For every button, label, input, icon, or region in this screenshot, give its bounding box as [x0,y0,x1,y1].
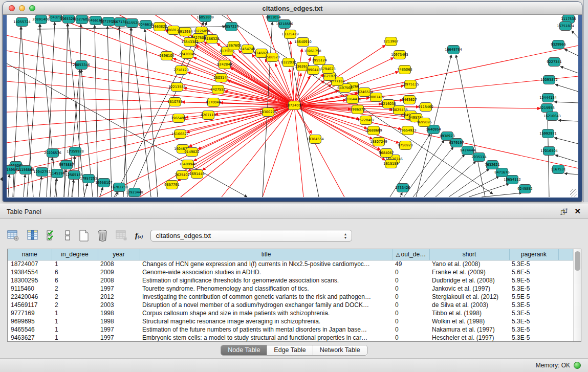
table-cell[interactable] [558,285,573,293]
select-columns-icon[interactable] [27,229,39,242]
table-cell[interactable]: 22420046 [8,293,52,301]
table-cell[interactable]: Jankovic et al. (1997) [429,285,509,293]
table-cell[interactable]: Franke et al. (2009) [429,268,509,276]
graph-node[interactable]: 9242844 [217,60,232,69]
graph-node[interactable]: 8215958 [539,104,554,113]
graph-node[interactable]: 17016504 [540,147,558,156]
close-panel-icon[interactable]: ✕ [574,207,581,216]
graph-node[interactable]: 1588520 [265,53,279,62]
graph-node[interactable]: 1615152 [383,160,398,168]
citation-edge-black[interactable] [7,63,247,197]
table-row[interactable]: 969969511998Structural magnetic resonanc… [8,317,573,325]
graph-node[interactable]: 1213967 [383,37,398,46]
table-cell[interactable]: 2008 [98,260,140,268]
table-cell[interactable] [558,268,573,276]
table-cell[interactable]: 1998 [98,309,140,317]
table-cell[interactable]: 2 [52,293,98,301]
graph-node[interactable]: 7663822 [152,23,167,31]
graph-node[interactable]: 10688609 [365,126,382,135]
table-cell[interactable]: 1 [52,309,98,317]
graph-node[interactable]: 1733426 [395,184,410,192]
graph-node[interactable]: 12444134 [539,94,557,102]
table-cell[interactable]: Changes of HCN gene expression and I(f) … [140,260,393,268]
table-cell[interactable]: Investigating the contribution of common… [140,293,393,301]
citation-edge-black[interactable] [564,49,578,56]
graph-node[interactable]: 8813054 [266,15,280,22]
citation-edge-red[interactable] [203,105,294,170]
table-cell[interactable]: 9777169 [8,309,52,317]
citation-edge-red[interactable] [140,105,294,197]
delete-table-icon[interactable] [97,229,108,242]
select-all-rows-icon[interactable] [46,229,57,242]
graph-node[interactable]: 9857791 [164,181,179,189]
network-canvas[interactable]: 1872400714055724208914062043719106532871… [7,15,578,198]
network-view-window[interactable]: citations_edges.txt 18724007140557242089… [3,2,582,201]
graph-node[interactable]: 7615526 [124,19,139,28]
table-cell[interactable]: 1998 [98,317,140,325]
graph-node[interactable]: 1167531 [551,165,565,174]
graph-node[interactable]: 9699695 [417,118,431,127]
graph-node[interactable]: 9474444 [460,146,475,155]
column-header-pagerank[interactable]: pagerank [509,249,558,260]
graph-node[interactable]: 9170044 [206,98,221,107]
citation-edge-black[interactable] [560,67,578,73]
table-cell[interactable]: 1997 [98,285,140,293]
table-row[interactable]: 977716911998Corpus callosum shape and si… [8,309,573,317]
table-cell[interactable]: Estimation of significance thresholds fo… [140,276,393,285]
citation-edge-red[interactable] [263,105,294,197]
graph-node[interactable]: 1990443 [306,66,320,75]
citation-edge-black[interactable] [555,84,578,92]
graph-node[interactable]: 8186328 [204,35,219,43]
table-cell[interactable] [558,309,573,317]
table-cell[interactable] [558,260,573,268]
citation-edge-black[interactable] [24,174,25,197]
tab-node-table[interactable]: Node Table [221,345,267,355]
table-cell[interactable]: Corpus callosum shape and size in male p… [140,309,393,317]
table-cell[interactable]: Embryonic stem cells: a model to study s… [140,334,393,342]
citation-edge-black[interactable] [456,55,485,197]
citation-edge-red[interactable] [7,66,294,105]
table-cell[interactable]: Structural magnetic resonance image aver… [140,317,393,325]
citation-edge-black[interactable] [39,177,41,197]
graph-node[interactable]: 16961758 [304,47,321,56]
graph-node[interactable]: 7632621 [485,161,499,169]
graph-node[interactable]: 9684067 [379,149,394,158]
table-cell[interactable]: 9463627 [8,334,52,342]
graph-node[interactable]: 1145194 [50,169,64,178]
citation-edge-black[interactable] [554,102,578,103]
graph-node[interactable]: 9115460 [418,103,433,112]
graph-node[interactable]: 19384554 [307,135,324,144]
table-vertical-scrollbar[interactable] [573,249,581,341]
table-cell[interactable]: 0 [393,293,429,301]
citation-edge-black[interactable] [482,193,522,197]
citation-edge-red[interactable] [7,105,294,189]
table-cell[interactable] [558,317,573,325]
tab-network-table[interactable]: Network Table [313,345,367,355]
panel-collapse-arrow-icon[interactable] [0,177,3,181]
table-cell[interactable]: Hescheler et al. (1997) [429,334,509,342]
graph-node[interactable]: 2935114 [471,153,486,162]
graph-node[interactable]: 20053346 [73,61,90,70]
citation-edge-black[interactable] [554,138,578,144]
graph-node[interactable]: 15720407 [357,116,375,125]
table-cell[interactable]: 19384554 [8,268,52,276]
citation-edge-red[interactable] [187,72,294,105]
graph-node[interactable]: 1965495 [171,114,186,123]
graph-node[interactable]: 8427552 [210,85,225,94]
graph-node[interactable]: 18640910 [294,38,312,47]
table-cell[interactable]: 5.3E-5 [509,309,558,317]
citation-edge-red[interactable] [7,105,294,173]
column-header-in_degree[interactable]: in_degree [52,249,98,260]
window-titlebar[interactable]: citations_edges.txt [3,2,582,15]
graph-node[interactable]: 19654923 [399,126,417,135]
graph-node[interactable]: 2867608 [226,41,241,50]
table-cell[interactable]: Tourette syndrome. Phenomenology and cla… [140,285,393,293]
graph-node[interactable]: 1810755 [167,98,182,106]
table-cell[interactable]: Estimation of the future numbers of pati… [140,325,393,334]
table-row[interactable]: 1830029562008Estimation of significance … [8,276,573,285]
table-cell[interactable]: 2012 [98,293,140,301]
table-cell[interactable]: 2 [52,301,98,309]
graph-node[interactable]: 8322037 [281,58,296,67]
float-panel-icon[interactable] [560,208,568,215]
function-builder-icon[interactable]: f(x) [135,231,143,240]
